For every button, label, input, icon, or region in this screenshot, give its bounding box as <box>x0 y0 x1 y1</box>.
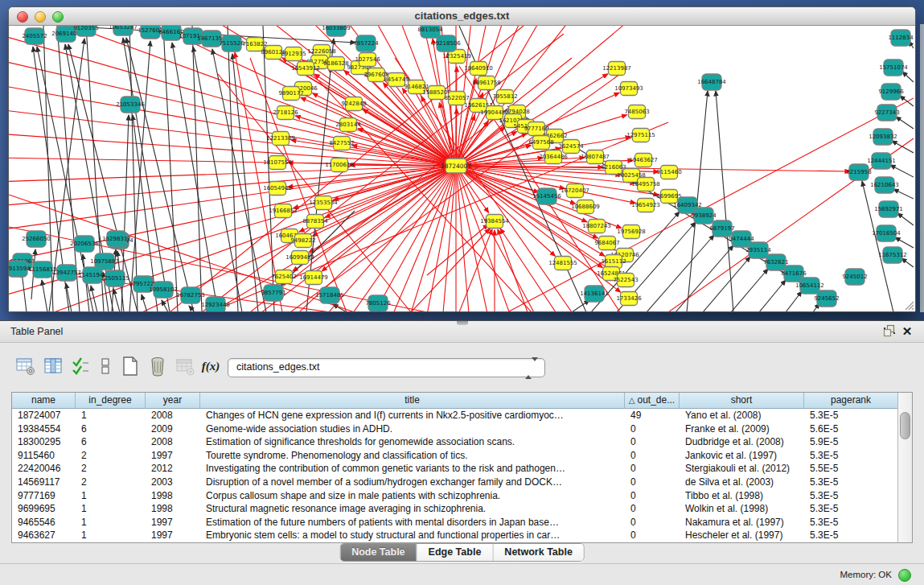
row-height-icon[interactable] <box>94 355 117 377</box>
table-cell: 2 <box>76 476 146 489</box>
column-header-in_degree[interactable]: in_degree <box>76 393 146 409</box>
table-panel: Table Panel ✕ <box>0 320 924 585</box>
column-header-name[interactable]: name <box>12 393 76 409</box>
graph-node-label: 12213987 <box>602 65 631 72</box>
graph-node-label: 12444151 <box>867 158 896 164</box>
window-resize-grip[interactable] <box>904 300 914 311</box>
delete-table-icon[interactable] <box>146 355 169 377</box>
table-row[interactable]: 969969511998Structural magnetic resonanc… <box>12 502 898 516</box>
graph-node-label: 8912935 <box>281 51 306 57</box>
graph-node-label: 8186328 <box>323 60 348 67</box>
table-cell: Corpus callosum shape and size in male p… <box>200 489 625 503</box>
column-header-short[interactable]: short <box>680 393 804 409</box>
table-cell: Estimation of significance thresholds fo… <box>200 435 625 449</box>
table-row[interactable]: 1938455462009Genome-wide association stu… <box>12 422 898 436</box>
table-cell: 2008 <box>146 409 200 422</box>
table-row[interactable]: 1830029562008Estimation of significance … <box>12 435 898 449</box>
graph-node-label: 25266050 <box>22 236 51 242</box>
graph-node-label: 15751074 <box>879 64 908 71</box>
table-cell: 0 <box>625 462 680 476</box>
table-settings-icon[interactable] <box>14 355 37 377</box>
table-cell: 6 <box>76 422 146 436</box>
tab-network-table[interactable]: Network Table <box>492 544 584 561</box>
column-header-title[interactable]: title <box>200 393 625 409</box>
graph-node-label: 7522543 <box>613 277 638 283</box>
table-cell: Structural magnetic resonance image aver… <box>200 502 625 516</box>
table-row[interactable]: 1872400712008Changes of HCN gene express… <box>12 409 898 422</box>
graph-node-label: 12923448 <box>201 302 230 308</box>
table-scrollbar[interactable] <box>897 393 912 542</box>
graph-node-label: 7955812 <box>492 93 517 100</box>
tab-node-table[interactable]: Node Table <box>340 544 416 561</box>
network-canvas[interactable]: 7163822896012889129351222605891275051654… <box>9 26 914 311</box>
graph-node-label: 7805126 <box>365 300 391 307</box>
graph-node-label: 9245652 <box>814 295 839 302</box>
table-cell: 1997 <box>146 516 200 529</box>
background-window-edge <box>920 24 924 312</box>
graph-node-label: 3624574 <box>558 143 584 150</box>
graph-node-label: 9938924 <box>691 212 717 219</box>
graph-node-label: 3913594 <box>9 266 31 272</box>
window-titlebar[interactable]: citations_edges.txt <box>9 7 915 26</box>
show-columns-icon[interactable] <box>42 355 64 377</box>
graph-node-label: 7515526 <box>219 40 244 47</box>
column-header-pagerank[interactable]: pagerank <box>804 393 898 409</box>
table-cell: 0 <box>625 435 680 449</box>
table-row[interactable]: 2242004622012Investigating the contribut… <box>12 462 898 476</box>
table-row[interactable]: 977716911998Corpus callosum shape and si… <box>12 489 898 503</box>
table-cell: Genome-wide association studies in ADHD. <box>200 422 625 436</box>
table-cell: 1997 <box>146 529 200 542</box>
table-cell: 0 <box>625 476 680 489</box>
column-header-out_de...[interactable]: △out_de... <box>625 393 680 409</box>
graph-node-label: 9474444 <box>729 236 754 242</box>
graph-node-label: 16914479 <box>299 274 328 281</box>
column-header-year[interactable]: year <box>146 393 200 409</box>
graph-node-label: 18807243 <box>582 223 611 229</box>
table-cell: Dudbridge et al. (2008) <box>680 435 804 449</box>
table-select-dropdown[interactable]: citations_edges.txt <box>228 358 545 377</box>
graph-node-label: 2803144 <box>335 122 361 128</box>
table-cell: 5.3E-5 <box>804 502 898 516</box>
select-rows-icon[interactable] <box>69 355 92 377</box>
table-cell: 2 <box>76 462 146 476</box>
table-row[interactable]: 946554611997Estimation of the future num… <box>12 516 898 529</box>
table-cell: 0 <box>625 516 680 529</box>
graph-node-label: 20364486 <box>539 154 568 160</box>
graph-node-label: 14136141 <box>580 290 609 297</box>
close-panel-button[interactable]: ✕ <box>900 324 914 339</box>
table-cell: Tibbo et al. (1998) <box>680 489 804 503</box>
graph-node-label: 2935114 <box>745 247 771 253</box>
table-cell: 18300295 <box>12 435 76 449</box>
table-row[interactable]: 1456911722003Disruption of a novel membe… <box>12 476 898 489</box>
new-table-icon[interactable] <box>119 355 142 377</box>
graph-node-label: 11700618 <box>325 162 354 168</box>
table-row[interactable]: 946362711997Embryonic stem cells: a mode… <box>12 529 898 542</box>
import-table-icon[interactable] <box>174 355 196 377</box>
network-view[interactable]: 7163822896012889129351222605891275051654… <box>9 26 915 311</box>
table-cell: 9699695 <box>12 502 76 516</box>
graph-node-label: 19218506 <box>432 40 461 47</box>
function-builder-icon[interactable]: f(x) <box>199 355 222 377</box>
window-title: citations_edges.txt <box>9 10 915 22</box>
table-cell: 5.9E-5 <box>804 435 898 449</box>
graph-node-label: 9245012 <box>842 274 867 280</box>
table-cell: 0 <box>625 529 680 542</box>
table-cell: 1 <box>76 516 146 529</box>
memory-status-indicator[interactable] <box>898 569 911 582</box>
graph-node-label: 1112834 <box>888 35 914 41</box>
graph-node-label: 16961758 <box>472 80 501 86</box>
tab-edge-table[interactable]: Edge Table <box>417 544 493 561</box>
graph-node-label: 7625402 <box>271 274 296 280</box>
graph-node-label: 8878354 <box>302 218 328 225</box>
graph-node-label: 12353534 <box>309 200 338 206</box>
graph-node-label: 9777169 <box>524 126 548 132</box>
graph-node-label: 10653287 <box>109 26 138 31</box>
table-cell: de Silva et al. (2003) <box>680 476 804 489</box>
table-row[interactable]: 911546021997Tourette syndrome. Phenomeno… <box>12 449 898 463</box>
graph-node-label: 12505115 <box>101 275 129 282</box>
graph-node-label: 7485063 <box>624 109 649 115</box>
panel-splitter-handle[interactable] <box>457 321 468 325</box>
float-panel-button[interactable] <box>882 324 897 339</box>
table-scrollbar-thumb[interactable] <box>900 412 910 439</box>
dropdown-arrows-icon <box>525 361 538 376</box>
